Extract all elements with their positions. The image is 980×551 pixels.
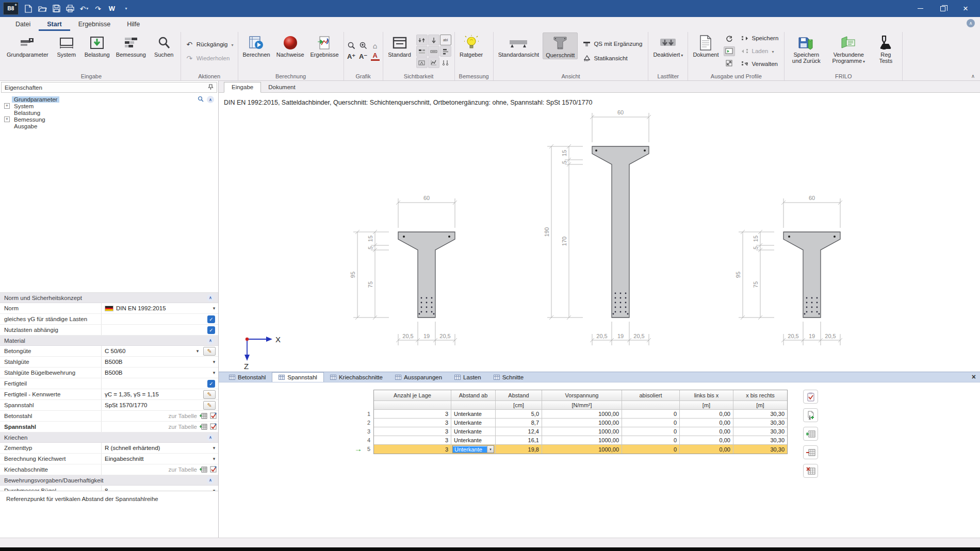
ergebnisse-button[interactable]: Ergebnisse [308,32,341,58]
speichern-und-zurueck-button[interactable]: Speichern und Zurück [787,32,826,64]
tab-aussparungen[interactable]: Aussparungen [389,372,448,382]
save-icon[interactable] [52,4,61,13]
drawing-canvas[interactable]: DIN EN 1992:2015, Satteldachbinder, Quer… [219,93,980,372]
font-color-icon[interactable]: A [371,52,380,61]
standard-view-button[interactable]: Standard [385,32,414,58]
delete-row-button[interactable] [803,445,818,459]
swap-arrows-icon[interactable] [416,35,428,45]
column-header[interactable]: Anzahl je Lage [374,390,451,401]
profil-laden-button[interactable]: Laden [739,46,781,57]
combo-dropdown-icon[interactable] [487,446,494,453]
refresh-icon[interactable] [724,35,735,44]
down-arrow-icon[interactable] [428,35,439,45]
berechnen-button[interactable]: Berechnen [240,32,273,58]
column-header[interactable]: Abstand ab [451,390,496,401]
table-add-icon[interactable] [200,466,207,474]
app-menu-button[interactable]: B8 + [3,2,19,15]
table-edit-icon[interactable] [210,412,217,420]
table-edit-icon[interactable] [210,423,217,431]
undo-button[interactable]: ↶Rückgängig [183,39,236,49]
qs-mit-ergaenzung-button[interactable]: QS mit Ergänzung [580,39,644,49]
tree-item-ausgabe[interactable]: Ausgabe [4,123,218,129]
tree-search-icon[interactable] [198,96,204,103]
section-collapse-icon[interactable] [207,337,214,344]
edit-icon[interactable] [203,390,216,399]
bemessung-button[interactable]: Bemessung [113,32,149,58]
tree-item-system[interactable]: +System [4,103,218,109]
area-label-icon[interactable] [416,57,428,68]
expand-icon[interactable] [724,58,735,68]
word-export-icon[interactable]: W [107,4,117,13]
section-collapse-icon[interactable] [207,294,214,302]
querschnitt-button[interactable]: Querschnitt [543,32,578,59]
section-norm[interactable]: Norm und Sicherheitskonzept [0,293,218,303]
standardansicht-button[interactable]: Standardansicht [496,32,542,58]
column-header[interactable]: Abstand [496,390,542,401]
pin-icon[interactable] [208,84,214,91]
redo-button[interactable]: ↷Wiederholen [183,53,236,63]
expander-icon[interactable]: + [4,103,10,109]
section-kriechen[interactable]: Kriechen [0,432,218,443]
new-document-icon[interactable] [24,4,33,13]
delete-table-button[interactable] [803,464,818,478]
ribbon-pin-icon[interactable] [967,19,975,27]
tab-schnitte[interactable]: Schnitte [487,372,530,382]
ratgeber-button[interactable]: Ratgeber [457,32,486,58]
checkbox-checked-icon[interactable] [207,326,215,334]
open-folder-icon[interactable] [38,4,47,13]
table-add-icon[interactable] [200,423,207,431]
print-icon[interactable] [66,4,75,13]
tab-kriechabschnitte[interactable]: Kriechabschnitte [324,372,389,382]
font-increase-icon[interactable]: A⁺ [347,52,356,61]
apply-changes-button[interactable] [803,390,818,404]
nachweise-button[interactable]: Nachweise [274,32,307,58]
system-button[interactable]: System [52,32,81,58]
dropdown-icon[interactable] [211,359,217,364]
dimension-icon[interactable] [428,46,439,57]
support-pins-icon[interactable] [440,57,451,68]
preview-icon[interactable] [724,46,735,56]
tab-eingabe[interactable]: Eingabe [224,82,261,93]
tree-item-grundparameter[interactable]: Grundparameter [4,96,218,103]
table-add-icon[interactable] [200,412,207,420]
minimize-button[interactable] [909,0,932,17]
zoom-icon[interactable] [347,41,356,50]
tab-hilfe[interactable]: Hilfe [119,18,148,31]
collapse-ribbon-icon[interactable] [971,73,975,79]
column-header[interactable]: abisoliert [622,390,680,401]
add-entry-button[interactable] [803,408,818,422]
redo-icon[interactable]: ↷ [93,4,103,13]
dropdown-icon[interactable] [211,445,217,450]
checkbox-checked-icon[interactable] [207,315,215,323]
profil-speichern-button[interactable]: Speichern [739,33,781,44]
font-decrease-icon[interactable]: A⁻ [359,52,368,61]
column-header[interactable]: links bis x [680,390,733,401]
dropdown-icon[interactable] [211,306,217,311]
verbundene-programme-button[interactable]: Verbundene Programme [827,32,870,65]
tree-collapse-icon[interactable] [207,96,214,103]
restore-button[interactable] [932,0,954,17]
tab-datei[interactable]: Datei [7,18,39,31]
table-columns-icon[interactable] [416,46,428,57]
edit-icon[interactable] [203,347,216,356]
edit-icon[interactable] [203,401,216,410]
tab-ergebnisse[interactable]: Ergebnisse [70,18,119,31]
tab-start[interactable]: Start [39,18,70,31]
section-collapse-icon[interactable] [207,477,214,484]
zoom-home-icon[interactable]: ⌂ [371,41,380,50]
section-bewehrung[interactable]: Bewehrungsvorgaben/Dauerhaftigkeit [0,475,218,486]
reg-tests-button[interactable]: Reg Tests [871,32,900,64]
column-header[interactable]: x bis rechts [733,390,787,401]
zoom-window-icon[interactable] [359,41,368,50]
belastung-button[interactable]: Belastung [82,32,112,58]
tab-lasten[interactable]: Lasten [448,372,487,382]
insert-row-button[interactable] [803,427,818,441]
statikansicht-button[interactable]: Statikansicht [580,53,644,64]
qat-customize-icon[interactable] [121,4,130,13]
expander-icon[interactable]: + [4,116,10,122]
undo-icon[interactable]: ↶ [79,4,89,13]
table-edit-icon[interactable] [210,465,217,474]
polyline-icon[interactable] [428,57,439,68]
deaktiviert-button[interactable]: Deaktiviert [650,32,685,59]
profil-verwalten-button[interactable]: Verwalten [739,59,781,70]
